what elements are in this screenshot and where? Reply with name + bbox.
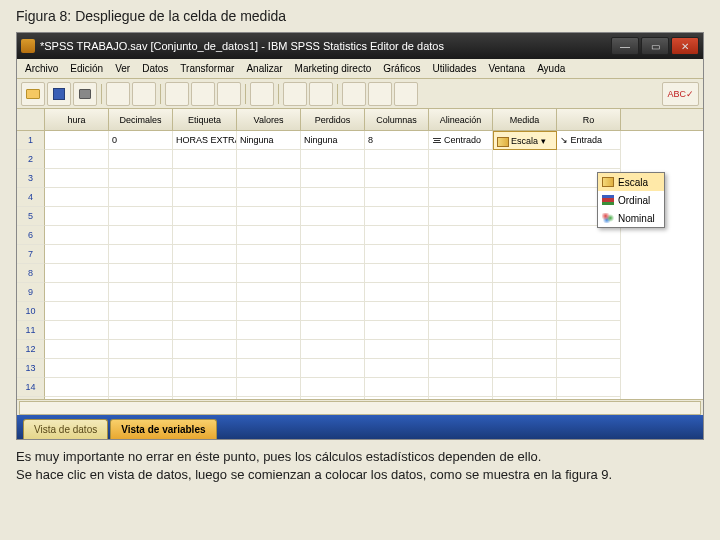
row-number[interactable]: 11 <box>17 321 45 340</box>
cell-alineacion[interactable]: Centrado <box>429 131 493 150</box>
menu-ayuda[interactable]: Ayuda <box>531 61 571 76</box>
menu-edicion[interactable]: Edición <box>64 61 109 76</box>
cell-medida[interactable]: Escala ▾ <box>493 131 557 150</box>
bars-icon <box>602 195 614 205</box>
cell-valores[interactable]: Ninguna <box>237 131 301 150</box>
menu-ventana[interactable]: Ventana <box>482 61 531 76</box>
col-header[interactable]: hura <box>45 109 109 130</box>
cell-etiqueta[interactable]: HORAS EXTRAS <box>173 131 237 150</box>
medida-dropdown[interactable]: Escala Ordinal Nominal <box>597 172 665 228</box>
print-button[interactable] <box>73 82 97 106</box>
row-number[interactable]: 7 <box>17 245 45 264</box>
menu-ver[interactable]: Ver <box>109 61 136 76</box>
grid-rows: 1 0 HORAS EXTRAS Ninguna Ninguna 8 Centr… <box>17 131 703 399</box>
window-title: *SPSS TRABAJO.sav [Conjunto_de_datos1] -… <box>40 40 611 52</box>
close-button[interactable]: ✕ <box>671 37 699 55</box>
toolbar-button[interactable] <box>283 82 307 106</box>
save-button[interactable] <box>47 82 71 106</box>
col-header[interactable]: Decimales <box>109 109 173 130</box>
maximize-button[interactable]: ▭ <box>641 37 669 55</box>
toolbar-separator <box>160 84 161 104</box>
ruler-icon <box>602 177 614 187</box>
tab-vista-variables[interactable]: Vista de variables <box>110 419 216 439</box>
row-number[interactable]: 3 <box>17 169 45 188</box>
dropdown-item-escala[interactable]: Escala <box>598 173 664 191</box>
table-row: 1 0 HORAS EXTRAS Ninguna Ninguna 8 Centr… <box>17 131 703 150</box>
align-center-icon <box>432 137 442 145</box>
cell[interactable] <box>45 131 109 150</box>
spss-window: *SPSS TRABAJO.sav [Conjunto_de_datos1] -… <box>16 32 704 440</box>
toolbar-button[interactable] <box>191 82 215 106</box>
scrollbar-track[interactable] <box>19 401 701 415</box>
grid-corner <box>17 109 45 130</box>
figure-caption: Figura 8: Despliegue de la celda de medi… <box>0 0 720 32</box>
table-row: 8 <box>17 264 703 283</box>
cell-perdidos[interactable]: Ninguna <box>301 131 365 150</box>
open-button[interactable] <box>21 82 45 106</box>
row-number[interactable]: 4 <box>17 188 45 207</box>
col-header[interactable]: Perdidos <box>301 109 365 130</box>
row-number[interactable]: 5 <box>17 207 45 226</box>
col-header[interactable]: Columnas <box>365 109 429 130</box>
cell-rol[interactable]: ↘ Entrada <box>557 131 621 150</box>
menu-transformar[interactable]: Transformar <box>174 61 240 76</box>
menu-marketing[interactable]: Marketing directo <box>289 61 378 76</box>
row-number[interactable]: 8 <box>17 264 45 283</box>
ruler-icon <box>497 137 509 147</box>
view-tabs: Vista de datos Vista de variables <box>17 415 703 439</box>
tab-vista-datos[interactable]: Vista de datos <box>23 419 108 439</box>
minimize-button[interactable]: — <box>611 37 639 55</box>
table-row: 11 <box>17 321 703 340</box>
toolbar-separator <box>337 84 338 104</box>
footer-p2: Se hace clic en vista de datos, luego se… <box>16 466 704 484</box>
menu-archivo[interactable]: Archivo <box>19 61 64 76</box>
col-header[interactable]: Valores <box>237 109 301 130</box>
toolbar-button[interactable] <box>250 82 274 106</box>
cell-decimales[interactable]: 0 <box>109 131 173 150</box>
dropdown-item-ordinal[interactable]: Ordinal <box>598 191 664 209</box>
horizontal-scrollbar[interactable] <box>17 399 703 415</box>
print-icon <box>79 89 91 99</box>
toolbar-button[interactable] <box>106 82 130 106</box>
folder-icon <box>26 89 40 99</box>
col-header[interactable]: Medida <box>493 109 557 130</box>
table-row: 2 <box>17 150 703 169</box>
cell-columnas[interactable]: 8 <box>365 131 429 150</box>
table-row: 14 <box>17 378 703 397</box>
row-number[interactable]: 10 <box>17 302 45 321</box>
menu-graficos[interactable]: Gráficos <box>377 61 426 76</box>
dropdown-item-nominal[interactable]: Nominal <box>598 209 664 227</box>
row-number[interactable]: 12 <box>17 340 45 359</box>
row-number[interactable]: 9 <box>17 283 45 302</box>
col-header[interactable]: Etiqueta <box>173 109 237 130</box>
table-row: 9 <box>17 283 703 302</box>
toolbar-button[interactable] <box>132 82 156 106</box>
spellcheck-button[interactable]: ABC✓ <box>662 82 699 106</box>
row-number[interactable]: 14 <box>17 378 45 397</box>
row-number[interactable]: 1 <box>17 131 45 150</box>
toolbar-button[interactable] <box>394 82 418 106</box>
toolbar: ABC✓ <box>17 79 703 109</box>
menu-analizar[interactable]: Analizar <box>240 61 288 76</box>
toolbar-button[interactable] <box>342 82 366 106</box>
menu-utilidades[interactable]: Utilidades <box>426 61 482 76</box>
app-system-icon <box>21 39 35 53</box>
table-row: 10 <box>17 302 703 321</box>
toolbar-separator <box>245 84 246 104</box>
toolbar-button[interactable] <box>217 82 241 106</box>
table-row: 7 <box>17 245 703 264</box>
toolbar-button[interactable] <box>368 82 392 106</box>
toolbar-button[interactable] <box>309 82 333 106</box>
col-header[interactable]: Alineación <box>429 109 493 130</box>
toolbar-button[interactable] <box>165 82 189 106</box>
row-number[interactable]: 2 <box>17 150 45 169</box>
row-number[interactable]: 13 <box>17 359 45 378</box>
menu-datos[interactable]: Datos <box>136 61 174 76</box>
menubar: Archivo Edición Ver Datos Transformar An… <box>17 59 703 79</box>
row-number[interactable]: 6 <box>17 226 45 245</box>
column-headers: hura Decimales Etiqueta Valores Perdidos… <box>17 109 703 131</box>
col-header[interactable]: Ro <box>557 109 621 130</box>
chevron-down-icon: ▾ <box>541 136 546 146</box>
table-row: 12 <box>17 340 703 359</box>
toolbar-separator <box>278 84 279 104</box>
